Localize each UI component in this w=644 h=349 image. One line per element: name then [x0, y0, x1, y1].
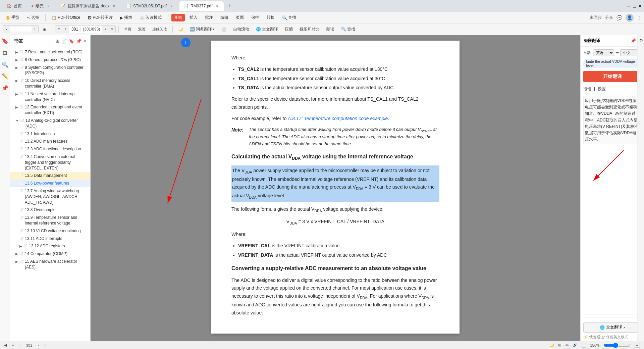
sidebar-item-ch11[interactable]: ▶ 📄 11 Nested vectored interrupt control…	[10, 90, 90, 104]
open-btn[interactable]: 开始	[171, 14, 185, 21]
first-page-btn[interactable]: «	[55, 25, 62, 33]
search-btn2[interactable]: 🔍 查找	[338, 26, 358, 33]
sidebar-item-ch8[interactable]: ▶ 📄 8 General-purpose I/Os (GPIO)	[10, 56, 90, 64]
comment-icon[interactable]: 💬	[616, 15, 622, 20]
hand-tool-btn[interactable]: ✋ 手型	[3, 14, 22, 21]
next-page-btn[interactable]: ›	[102, 25, 109, 33]
dict-translate-btn[interactable]: 🔤 词典翻译 ▾	[187, 26, 217, 33]
sidebar-item-ch13-11[interactable]: 📄 13.11 ADC interrupts	[10, 235, 90, 243]
screenshot-btn[interactable]: 截图和对比	[297, 26, 322, 33]
sidebar-item-ch13-1[interactable]: 📄 13.1 Introduction	[10, 130, 90, 138]
zoom-plus-status[interactable]: +	[635, 343, 640, 348]
sidebar-item-ch13-2[interactable]: 📄 13.2 ADC main features	[10, 138, 90, 145]
user-avatar[interactable]: 👤	[626, 14, 634, 22]
eye-status-icon[interactable]: 👁	[565, 343, 569, 347]
annotation-icon[interactable]: ✏️	[2, 73, 8, 80]
sidebar-item-ch13-8[interactable]: 📄 13.8 Oversampler	[10, 206, 90, 214]
annotate-btn[interactable]: 批注	[202, 14, 216, 21]
share-btn[interactable]: 分享	[605, 15, 613, 20]
page-btn[interactable]: 页面	[233, 14, 247, 21]
zoom-in-btn[interactable]: +	[32, 25, 38, 33]
auto-scroll-btn[interactable]: 自动滚动	[230, 26, 252, 33]
tab-home[interactable]: 🏠 首页	[3, 1, 26, 11]
tab-docx[interactable]: 📝 智慧停车测试报告.docx ×	[56, 1, 121, 11]
close-tab-rm[interactable]: ×	[214, 3, 220, 9]
sidebar-icon-2[interactable]: 📄	[61, 39, 67, 44]
page-next[interactable]: ›	[38, 343, 39, 347]
window-minimize[interactable]: ─	[627, 3, 630, 9]
protect-btn[interactable]: 保护	[249, 14, 262, 21]
prev-page-btn[interactable]: ‹	[62, 25, 69, 33]
insert-btn[interactable]: 插入	[187, 14, 200, 21]
pdf-to-image-btn[interactable]: 🖼 PDF转图片	[85, 14, 115, 21]
pin-icon[interactable]: 📌	[631, 38, 636, 43]
right-strip-icon1[interactable]: ⚙	[639, 38, 643, 43]
last-page-btn[interactable]: »	[109, 25, 115, 33]
bookmark-icon[interactable]: 🔖	[2, 38, 8, 44]
zoom-slider[interactable]	[604, 343, 631, 348]
page-last[interactable]: »	[44, 343, 46, 347]
convert-btn[interactable]: 转换	[264, 14, 277, 21]
compress-btn[interactable]: 压缩	[282, 26, 296, 33]
sidebar-item-ch13-6[interactable]: 📄 13.6 Low-power features	[10, 180, 90, 187]
fit-btn[interactable]: ⊞	[40, 26, 49, 33]
speaker-status-icon[interactable]: 🔊	[573, 343, 578, 347]
sidebar-close[interactable]: ×	[84, 39, 86, 44]
night-status-icon[interactable]: 🌙	[549, 343, 554, 347]
edit-btn[interactable]: 编辑	[218, 14, 231, 21]
sidebar-item-ch13-5[interactable]: 📄 13.5 Data management	[10, 172, 90, 180]
sidebar-item-ch9[interactable]: ▶ 📄 9 System configuration controller (S…	[10, 64, 90, 77]
continuous-btn[interactable]: 连续阅读	[150, 26, 170, 33]
close-tab-stm[interactable]: ×	[169, 3, 174, 9]
report-btn[interactable]: 报错	[583, 86, 591, 92]
sidebar-item-ch13-7[interactable]: 📄 13.7 Analog window watchdog (AWDEN, AW…	[10, 187, 90, 206]
read-mode-btn[interactable]: 📖 阅读模式	[137, 14, 164, 21]
sidebar-item-ch13-12[interactable]: ▶ 📄 13.12 ADC registers	[10, 242, 90, 250]
sidebar-item-ch13-3[interactable]: 📄 13.3 ADC functional description	[10, 145, 90, 153]
window-close[interactable]: ×	[639, 3, 641, 9]
zoom-control[interactable]: - 155.77% +	[3, 25, 39, 33]
close-tab-docx[interactable]: ×	[111, 3, 117, 9]
sidebar-icon-4[interactable]: 📌	[76, 39, 82, 44]
fit-status-icon[interactable]: ⊞	[558, 343, 561, 347]
search-sidebar-icon[interactable]: 🔍	[2, 61, 8, 68]
sidebar-item-ch10[interactable]: ▶ 📄 10 Direct memory access controller (…	[10, 77, 90, 90]
tab-rm0377[interactable]: 📑 RM0377.pdf ×	[179, 1, 224, 11]
play-btn[interactable]: ▶ 播放	[117, 14, 135, 21]
sidebar-item-ch13-9[interactable]: 📄 13.9 Temperature sensor and internal r…	[10, 214, 90, 227]
pdf-area[interactable]: i Where: TS_CAL2 is the temperature sens…	[91, 35, 580, 349]
sidebar-item-ch12[interactable]: ▶ 📄 12 Extended interrupt and event cont…	[10, 103, 90, 117]
more-btn[interactable]: ⋮	[637, 15, 641, 20]
sidebar-item-ch7[interactable]: ▶ 📄 7 Reset and clock control (RCC)	[10, 48, 90, 56]
new-tab-button[interactable]: +	[225, 1, 234, 11]
zoom-input[interactable]: 155.77%	[10, 27, 32, 32]
page-prev[interactable]: ‹	[19, 343, 21, 347]
single-page-btn[interactable]: 单页	[121, 26, 134, 33]
full-translate-button[interactable]: 🌐 全文翻译 ›	[583, 322, 641, 333]
bg-btn[interactable]: ⬜	[219, 26, 229, 33]
window-maximize[interactable]: □	[633, 3, 636, 9]
source-lang-select[interactable]: 英语 中文 日语	[593, 49, 614, 56]
sidebar-item-ch13[interactable]: ▼ 📄 13 Analog-to-digital converter (ADC)	[10, 117, 90, 130]
sidebar-icon-1[interactable]: ⊞	[56, 39, 59, 44]
sidebar-item-ch15[interactable]: ▶ 📄 15 AES hardware accelerator (AES)	[10, 258, 90, 271]
thumbnail-icon[interactable]: ⊞	[3, 50, 7, 56]
sidebar-item-ch14[interactable]: ▶ 📄 14 Comparator (COMP)	[10, 250, 90, 258]
full-translate-btn2[interactable]: 🌐 全文翻译	[253, 26, 281, 33]
start-translate-btn[interactable]: 开始翻译	[583, 71, 641, 82]
night-mode-btn[interactable]: 🌙	[175, 26, 186, 33]
close-tab-zhike[interactable]: ×	[46, 3, 51, 9]
select-tool-btn[interactable]: ↖ 选择	[24, 14, 42, 21]
settings-link[interactable]: 设置	[598, 86, 606, 92]
page-input[interactable]	[69, 27, 81, 32]
tab-stm[interactable]: 📑 STM32L051DT.pdf ×	[122, 1, 178, 11]
double-page-btn[interactable]: 双页	[136, 26, 148, 33]
zoom-minus-status[interactable]: -	[582, 343, 586, 348]
read-aloud-btn[interactable]: 朗读	[324, 26, 337, 33]
pdf-to-office-btn[interactable]: 📋 PDF转Office	[49, 14, 83, 21]
search-btn[interactable]: 🔍 查找	[279, 14, 299, 21]
sidebar-icon-3[interactable]: 🔖	[69, 39, 74, 44]
tab-zhike[interactable]: ● 纸壳 ×	[27, 1, 55, 11]
code-example-link[interactable]: A.8.17: Temperature computation code exa…	[288, 116, 388, 121]
stamp-icon[interactable]: 📌	[2, 85, 8, 91]
